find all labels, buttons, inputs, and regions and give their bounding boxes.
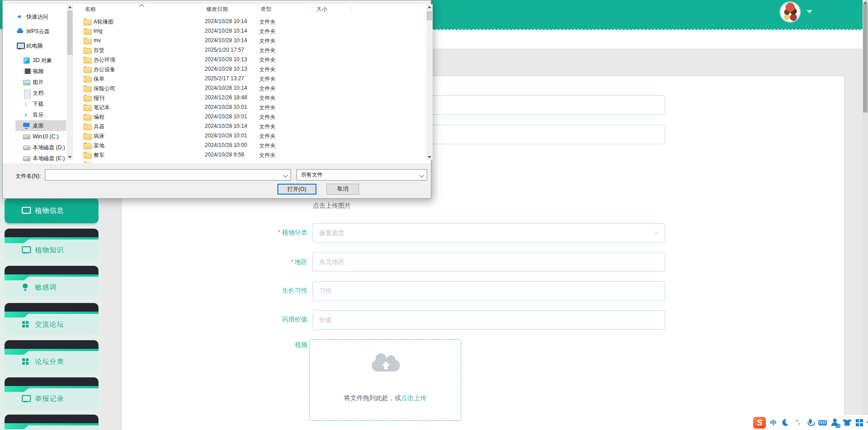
- ime-user-icon[interactable]: 16: [830, 418, 839, 427]
- sidebar-item-topbar: [5, 377, 99, 386]
- file-row[interactable]: A轮播图 2024/10/28 10:14 文件夹: [78, 17, 426, 26]
- plant-category-placeholder: 藤蔓观赏: [319, 229, 345, 237]
- scroll-up-icon[interactable]: [68, 6, 72, 8]
- open-button[interactable]: 打开(O): [277, 184, 316, 195]
- ime-microphone-icon[interactable]: [806, 418, 815, 427]
- file-row[interactable]: 办公设备 2024/10/28 10:13 文件夹: [78, 64, 426, 74]
- file-row[interactable]: 病床 2024/10/28 10:01 文件夹: [78, 131, 426, 141]
- sogou-logo-icon[interactable]: S: [753, 417, 766, 429]
- sidebar-item-label: 举报记录: [35, 395, 64, 403]
- field-label-medicinal-value: 药用价值: [244, 316, 307, 324]
- sidebar-item[interactable]: 交流论坛: [5, 303, 99, 335]
- folder-icon: [84, 104, 91, 110]
- scroll-down-icon[interactable]: [428, 156, 431, 158]
- growth-habit-input[interactable]: 习性: [312, 281, 665, 301]
- sidebar-item[interactable]: 举报记录: [5, 377, 99, 409]
- file-row[interactable]: mv 2024/10/28 10:14 文件夹: [78, 36, 426, 45]
- nav-item[interactable]: 图片: [15, 77, 66, 88]
- folder-icon: [84, 142, 91, 148]
- column-header-type[interactable]: 类型: [261, 4, 271, 14]
- ime-chinese-mode-icon[interactable]: 中: [769, 418, 778, 427]
- file-row[interactable]: 编程 2024/10/28 10:01 文件夹: [78, 112, 426, 122]
- field-label-video: 视频: [244, 341, 307, 349]
- ime-punctuation-icon[interactable]: °,: [794, 418, 803, 427]
- nav-item[interactable]: 文档: [15, 88, 66, 98]
- sidebar-item[interactable]: 敏感词: [5, 266, 99, 298]
- column-header-size[interactable]: 大小: [316, 4, 327, 14]
- column-separator[interactable]: [351, 5, 352, 13]
- nav-item[interactable]: 3D 对象: [15, 55, 66, 66]
- medicinal-value-input[interactable]: 价值: [312, 310, 665, 330]
- file-date: 2024/10/28 10:13: [205, 56, 247, 63]
- column-separator[interactable]: [202, 5, 202, 13]
- upload-click-link[interactable]: 点击上传: [401, 394, 427, 401]
- scroll-up-icon[interactable]: [428, 6, 431, 8]
- nav-item[interactable]: 下载: [15, 98, 66, 109]
- nav-item[interactable]: 本地磁盘 (D:): [15, 142, 66, 153]
- nav-item[interactable]: 桌面: [15, 120, 66, 131]
- plant-category-select[interactable]: 藤蔓观赏: [312, 223, 665, 243]
- sidebar-item[interactable]: [5, 415, 99, 430]
- file-row[interactable]: 保单 2025/2/17 13:27 文件夹: [78, 74, 426, 83]
- column-header-date[interactable]: 修改日期: [206, 4, 228, 14]
- nav-item[interactable]: 快速访问: [15, 11, 66, 22]
- file-date: 2024/10/28 10:01: [205, 104, 247, 110]
- ime-toolbox-grid-icon[interactable]: [855, 418, 864, 427]
- avatar-dropdown-caret-icon[interactable]: [806, 10, 813, 14]
- nav-item[interactable]: 本地磁盘 (E:): [15, 153, 66, 163]
- nav-item[interactable]: WPS云盘: [15, 26, 66, 37]
- file-row[interactable]: 兵器 2024/10/28 10:14 文件夹: [78, 122, 426, 131]
- page-scrollbar[interactable]: [863, 0, 868, 430]
- field-label-growth-habit: 生长习性: [244, 287, 307, 295]
- column-separator[interactable]: [257, 5, 258, 13]
- sidebar-item[interactable]: 植物信息: [5, 198, 99, 223]
- file-row[interactable]: 菜地 2024/10/28 10:00 文件夹: [78, 141, 426, 150]
- file-row[interactable]: 笔记本 2024/10/28 10:01 文件夹: [78, 103, 426, 112]
- file-type: 文件夹: [259, 113, 276, 121]
- nav-item-icon: [23, 68, 30, 75]
- folder-icon: [84, 57, 91, 63]
- region-input[interactable]: 东北地区: [312, 252, 665, 272]
- sidebar-item[interactable]: 植物知识: [5, 229, 99, 260]
- filename-input[interactable]: [45, 169, 291, 181]
- page-scrollbar-thumb[interactable]: [863, 4, 868, 112]
- cancel-button[interactable]: 取消: [326, 184, 359, 195]
- nav-item[interactable]: 音乐: [15, 109, 66, 120]
- nav-item[interactable]: 视频: [15, 66, 66, 77]
- ime-keyboard-icon[interactable]: [818, 418, 827, 427]
- ime-moon-icon[interactable]: [781, 418, 790, 427]
- column-separator[interactable]: [312, 5, 312, 13]
- file-type: 文件夹: [259, 47, 276, 54]
- file-row[interactable]: 办公环境 2024/10/28 10:13 文件夹: [78, 55, 426, 64]
- column-header-name[interactable]: 名称: [85, 4, 96, 14]
- file-row[interactable]: 餐车 2024/10/28 9:59 文件夹: [78, 150, 426, 160]
- sidebar-item[interactable]: 论坛分类: [5, 340, 99, 372]
- nav-item-icon: [16, 13, 24, 20]
- file-row[interactable]: 保险公司 2024/10/28 10:14 文件夹: [78, 83, 426, 93]
- nav-item[interactable]: 此电脑: [15, 40, 66, 51]
- file-name: 办公设备: [94, 66, 115, 73]
- file-list-scrollbar-thumb[interactable]: [427, 11, 432, 20]
- nav-item-label: 此电脑: [26, 42, 43, 50]
- folder-icon: [84, 76, 91, 82]
- nav-scrollbar[interactable]: [67, 4, 73, 160]
- file-row[interactable]: [78, 160, 426, 163]
- file-row[interactable]: 百货 2025/1/20 17:57 文件夹: [78, 45, 426, 55]
- file-name: 餐车: [94, 151, 104, 159]
- ime-toolbar: S 中 °, 16: [749, 415, 868, 430]
- nav-item-label: Win10 (C:): [33, 133, 59, 140]
- file-list-scrollbar[interactable]: [426, 4, 433, 160]
- nav-scrollbar-thumb[interactable]: [67, 10, 73, 55]
- nav-item[interactable]: Win10 (C:): [15, 131, 66, 142]
- file-type: 文件夹: [259, 66, 276, 73]
- ime-skin-icon[interactable]: [843, 418, 852, 427]
- chevron-down-icon: [283, 172, 288, 177]
- file-row[interactable]: 报刊 2024/12/26 18:48 文件夹: [78, 93, 426, 103]
- filetype-select[interactable]: 所有文件: [296, 169, 427, 181]
- avatar[interactable]: [780, 2, 800, 22]
- scroll-down-icon[interactable]: [68, 156, 72, 158]
- file-row[interactable]: img 2024/10/28 10:14 文件夹: [78, 26, 426, 36]
- video-upload-dropzone[interactable]: 将文件拖到此处，或点击上传: [309, 339, 461, 421]
- file-date: 2024/10/28 10:01: [205, 113, 247, 120]
- required-marker: *: [278, 229, 281, 236]
